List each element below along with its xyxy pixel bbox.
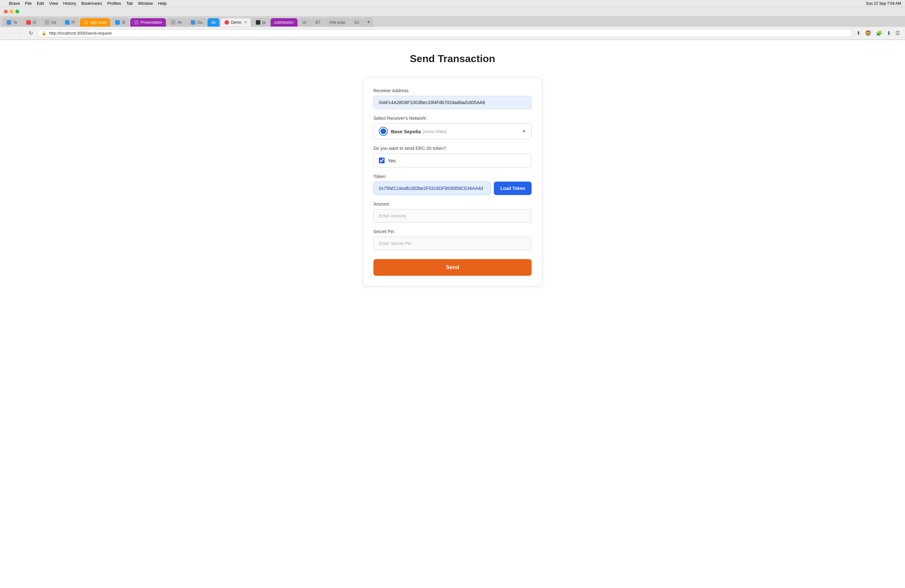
tab-pl[interactable]: Pl (61, 18, 79, 27)
lock-icon: 🔒 (41, 31, 46, 35)
bottom-spacer (0, 583, 905, 588)
title-bar (0, 7, 905, 16)
tab-menu[interactable]: Tab (126, 1, 133, 6)
secret-pin-group: Secret Pin (373, 229, 532, 250)
token-group: Token: Load Token (373, 174, 532, 195)
network-select-label: Select Receiver's Network: (373, 116, 532, 121)
token-input[interactable] (373, 181, 491, 195)
download-button[interactable]: ⬇ (886, 29, 892, 38)
browser-menu-button[interactable]: ☰ (894, 29, 901, 38)
token-row: Load Token (373, 181, 532, 195)
token-label: Token: (373, 174, 532, 179)
browser-chrome: Te (3 Us Pl sign scan Si Presentation A (0, 7, 905, 40)
reload-button[interactable]: ↻ (27, 29, 35, 37)
erc20-yes-label: Yes (388, 158, 395, 163)
maximize-button[interactable] (15, 10, 19, 13)
secret-pin-input[interactable] (373, 237, 532, 250)
nav-actions: ⬆ 🦁 🧩 ⬇ ☰ (855, 29, 901, 38)
forward-button[interactable]: → (15, 30, 24, 37)
network-select-group: Select Receiver's Network: Base Sepolia … (373, 116, 532, 139)
edit-menu[interactable]: Edit (37, 1, 44, 6)
tab-te[interactable]: Te (3, 18, 21, 27)
erc20-group: Do you want to send ERC-20 token? Yes (373, 146, 532, 167)
new-tab-button[interactable]: + (364, 17, 373, 27)
network-subtext: (cross chain) (423, 129, 446, 134)
load-token-button[interactable]: Load Token (494, 181, 532, 195)
receiver-address-input[interactable] (373, 96, 532, 109)
tab-us[interactable]: Us (41, 18, 60, 27)
tab-3[interactable]: (3 (22, 18, 40, 27)
window-menu[interactable]: Window (138, 1, 153, 6)
network-name: Base Sepolia (391, 129, 421, 134)
chevron-down-icon: ▼ (522, 129, 526, 134)
brave-shield-button[interactable]: 🦁 (864, 29, 873, 38)
tab-ur[interactable]: Ur (298, 18, 311, 27)
tab-sign-scan[interactable]: sign scan (80, 18, 111, 27)
form-container: Receiver Address Select Receiver's Netwo… (363, 78, 542, 286)
system-menu-right: Sun 22 Sep 7:54 AM (866, 1, 901, 6)
send-button[interactable]: Send (373, 259, 532, 276)
url-text: http://localhost:3000/send-request (49, 31, 848, 35)
traffic-lights (4, 10, 19, 13)
help-menu[interactable]: Help (158, 1, 167, 6)
minimize-button[interactable] (10, 10, 13, 13)
tab-presentation[interactable]: Presentation (130, 18, 166, 27)
system-menu-left: Brave File Edit View History Bookmarks P… (4, 1, 167, 6)
amount-group: Amount: (373, 202, 532, 222)
extensions-button[interactable]: 🧩 (875, 29, 884, 38)
view-menu[interactable]: View (49, 1, 58, 6)
erc20-checkbox-row: Yes (373, 153, 532, 167)
tab-ac[interactable]: Ac (167, 18, 186, 27)
share-button[interactable]: ⬆ (855, 29, 862, 38)
profiles-menu[interactable]: Profiles (107, 1, 121, 6)
amount-label: Amount: (373, 202, 532, 207)
app-name-menu[interactable]: Brave (9, 1, 20, 6)
page-title: Send Transaction (6, 53, 899, 65)
address-bar[interactable]: 🔒 http://localhost:3000/send-request (38, 29, 853, 37)
close-button[interactable] (4, 10, 8, 13)
tab-et[interactable]: ET (311, 18, 324, 27)
nav-bar: ← → ↻ 🔒 http://localhost:3000/send-reque… (0, 27, 905, 40)
amount-input[interactable] (373, 209, 532, 222)
tab-demo[interactable]: Demo ✕ (220, 18, 251, 27)
tab-arbi-scan[interactable]: Arbi scan (325, 18, 350, 27)
network-select-container[interactable]: Base Sepolia (cross chain) ▼ (373, 123, 532, 139)
tabs-bar: Te (3 Us Pl sign scan Si Presentation A (0, 16, 905, 27)
receiver-address-group: Receiver Address (373, 88, 532, 109)
page-content: Send Transaction Receiver Address Select… (0, 40, 905, 583)
network-icon (379, 127, 388, 136)
secret-pin-label: Secret Pin (373, 229, 532, 234)
system-time: Sun 22 Sep 7:54 AM (866, 1, 901, 6)
tab-du[interactable]: Du (187, 18, 206, 27)
bookmarks-menu[interactable]: Bookmarks (81, 1, 102, 6)
tab-si[interactable]: Si (111, 18, 129, 27)
tab-cc[interactable]: Cc (350, 18, 364, 27)
history-menu[interactable]: History (63, 1, 76, 6)
system-menu-bar: Brave File Edit View History Bookmarks P… (0, 0, 905, 7)
file-menu[interactable]: File (25, 1, 32, 6)
tab-ja[interactable]: ja (252, 18, 269, 27)
tab-db[interactable]: db (207, 18, 220, 27)
erc20-checkbox[interactable] (379, 157, 384, 163)
tab-submission[interactable]: submission (270, 18, 298, 27)
back-button[interactable]: ← (4, 30, 13, 37)
receiver-address-label: Receiver Address (373, 88, 532, 93)
erc20-label: Do you want to send ERC-20 token? (373, 146, 532, 151)
